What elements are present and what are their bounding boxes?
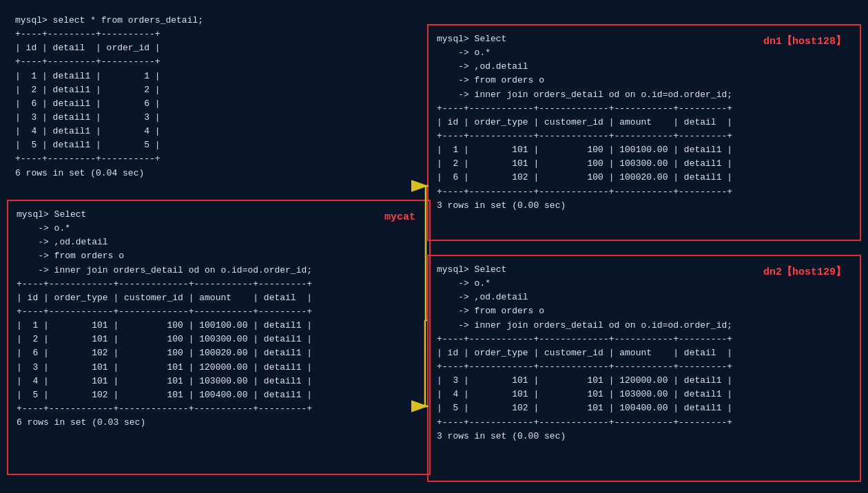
dn2-panel: dn2【host129】 mysql> Select -> o.* -> ,od… [427,255,861,482]
top-left-panel: mysql> select * from orders_detail; +---… [7,7,220,187]
dn1-panel: dn1【host128】 mysql> Select -> o.* -> ,od… [427,24,861,241]
dn1-label: dn1【host128】 [763,34,846,50]
dn1-content: mysql> Select -> o.* -> ,od.detail -> fr… [437,32,851,213]
dn2-label: dn2【host129】 [763,264,846,280]
top-left-content: mysql> select * from orders_detail; +---… [15,14,212,180]
mycat-content: mysql> Select -> o.* -> ,od.detail -> fr… [17,208,421,430]
mycat-panel: mycat mysql> Select -> o.* -> ,od.detail… [7,200,431,475]
dn2-content: mysql> Select -> o.* -> ,od.detail -> fr… [437,263,851,443]
mycat-label: mycat [384,209,415,225]
